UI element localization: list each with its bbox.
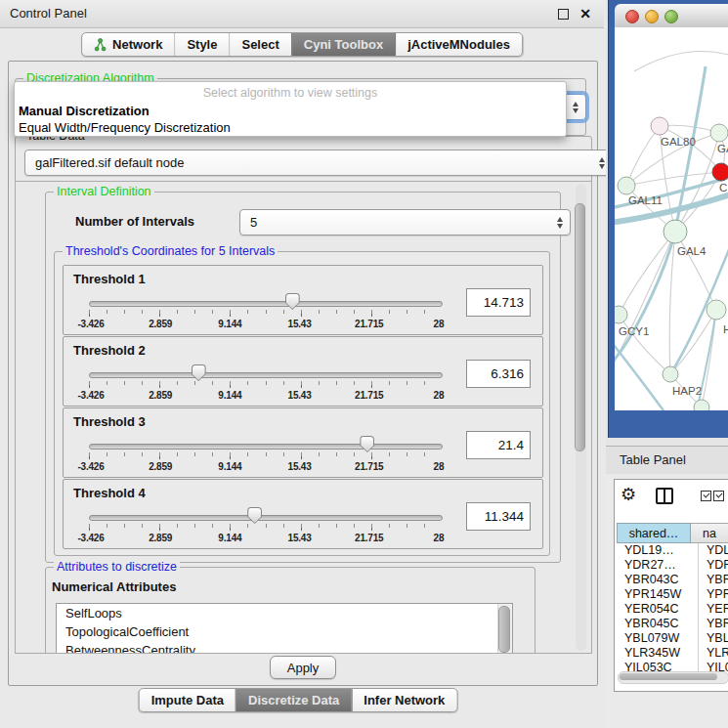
threshold-4-value-field[interactable]: 11.344 [466, 502, 531, 531]
close-icon[interactable]: ✕ [579, 5, 591, 22]
table-row[interactable]: YBR045CYBR0 [617, 617, 728, 631]
list-item[interactable]: TopologicalCoefficient [57, 622, 512, 641]
table-header-row: shared… na [617, 523, 728, 543]
slider-tick-labels: -3.4262.8599.14415.4321.71528 [72, 533, 457, 543]
slider-track[interactable] [89, 301, 443, 307]
settings-scrollbar-thumb[interactable] [575, 203, 585, 451]
slider-thumb[interactable] [360, 436, 374, 452]
apply-button[interactable]: Apply [270, 656, 336, 679]
tab-impute-data[interactable]: Impute Data [140, 689, 236, 711]
slider-thumb[interactable] [192, 364, 206, 381]
list-scrollbar[interactable] [497, 604, 512, 654]
slider-track[interactable] [89, 372, 443, 378]
table-panel-body: ⚙ shared… na YDL19…YDL1 YDR27…YDR2 YBR04… [606, 474, 728, 728]
table-horizontal-scrollbar[interactable] [618, 671, 728, 684]
network-canvas[interactable]: GAL80 GA GAL11 C GAL4 GCY1 H HAP2 [615, 27, 728, 410]
node-label-gcy1: GCY1 [619, 325, 649, 337]
threshold-coordinates-group: Threshold's Coordinates for 5 Intervals … [54, 251, 550, 556]
top-tab-bar: Network Style Select Cyni Toolbox jActiv… [81, 32, 523, 57]
attributes-legend: Attributes to discretize [54, 560, 180, 574]
traffic-light-zoom-icon[interactable] [664, 10, 678, 23]
table-row[interactable]: YER054CYER0 [617, 602, 728, 617]
network-window-titlebar [615, 4, 728, 28]
table-row[interactable]: YLR345WYLR3 [617, 646, 728, 661]
threshold-4-panel: Threshold 4 -3.4262.8599.14415.4321.7152… [63, 479, 543, 549]
tab-network-label: Network [112, 37, 162, 52]
interval-definition-legend: Interval Definition [54, 185, 154, 198]
threshold-1-value-field[interactable]: 14.713 [466, 288, 531, 317]
table-data-combobox[interactable]: galFiltered.sif default node [24, 150, 613, 176]
tab-jactivemnodules[interactable]: jActiveMNodules [395, 33, 522, 56]
list-item[interactable]: BetweennessCentrality [57, 641, 512, 654]
tab-discretize-data[interactable]: Discretize Data [236, 689, 351, 711]
combo-stepper-icon [557, 217, 563, 229]
threshold-1-label: Threshold 1 [73, 272, 146, 286]
slider-thumb[interactable] [285, 293, 300, 310]
threshold-1-slider[interactable]: -3.4262.8599.14415.4321.71528 [89, 291, 441, 332]
slider-track[interactable] [89, 515, 443, 521]
float-window-icon[interactable] [558, 9, 569, 20]
attributes-group: Attributes to discretize Numerical Attri… [45, 567, 535, 654]
cyni-toolbox-panel: Discretization Algorithm Select algorith… [8, 61, 598, 686]
split-view-icon[interactable] [656, 488, 673, 504]
threshold-3-slider[interactable]: -3.4262.8599.14415.4321.71528 [89, 434, 441, 475]
number-of-intervals-combobox[interactable]: 5 [239, 209, 571, 236]
slider-minor-ticks [89, 381, 442, 385]
number-of-intervals-value: 5 [250, 215, 257, 230]
table-panel-header: Table Panel [606, 446, 728, 475]
tab-style[interactable]: Style [174, 33, 229, 56]
checkbox-icon[interactable] [701, 491, 711, 501]
node-table: shared… na YDL19…YDL1 YDR27…YDR2 YBR043C… [617, 523, 728, 675]
tab-network[interactable]: Network [82, 33, 174, 56]
network-graph [615, 27, 728, 410]
window-title: Control Panel [10, 0, 87, 27]
traffic-light-minimize-icon[interactable] [645, 10, 659, 23]
threshold-3-panel: Threshold 3 -3.4262.8599.14415.4321.7152… [63, 407, 543, 478]
checkbox-icon[interactable] [713, 491, 724, 501]
slider-thumb[interactable] [247, 507, 262, 524]
control-panel-titlebar: Control Panel ✕ [0, 0, 604, 28]
combo-stepper-icon [599, 157, 605, 169]
slider-tick-labels: -3.4262.8599.14415.4321.71528 [72, 461, 457, 472]
threshold-3-value-field[interactable]: 21.4 [466, 431, 531, 459]
tab-select[interactable]: Select [229, 33, 290, 56]
list-scrollbar-thumb[interactable] [498, 606, 510, 653]
dropdown-option-manual[interactable]: Manual Discretization [19, 104, 150, 118]
numerical-attributes-list[interactable]: SelfLoops TopologicalCoefficient Between… [56, 603, 513, 654]
network-icon [94, 38, 107, 52]
column-header-shared-name[interactable]: shared… [617, 523, 691, 543]
table-row[interactable]: YPR145WYPR1 [617, 587, 728, 602]
threshold-2-panel: Threshold 2 -3.4262.8599.14415.4321.7152… [63, 336, 543, 407]
table-row[interactable]: YBR043CYBR0 [617, 573, 728, 587]
settings-scroll-area: Interval Definition Number of Intervals … [15, 181, 592, 654]
node-h [707, 300, 726, 320]
table-horizontal-scrollbar-thumb[interactable] [620, 673, 717, 680]
gear-icon[interactable]: ⚙ [621, 485, 636, 504]
slider-tick-labels: -3.4262.8599.14415.4321.71528 [72, 319, 457, 329]
threshold-2-value-field[interactable]: 6.316 [466, 360, 531, 388]
table-row[interactable]: YDL19…YDL1 [617, 543, 728, 558]
dropdown-option-equal-width[interactable]: Equal Width/Frequency Discretization [19, 120, 231, 135]
threshold-2-slider[interactable]: -3.4262.8599.14415.4321.71528 [89, 363, 441, 404]
node-label-h: H [723, 323, 728, 335]
node-bottom [694, 400, 709, 410]
tab-infer-network[interactable]: Infer Network [351, 689, 456, 711]
table-row[interactable]: YDR27…YDR2 [617, 558, 728, 573]
slider-tick-labels: -3.4262.8599.14415.4321.71528 [72, 390, 457, 401]
list-item[interactable]: SelfLoops [57, 604, 512, 622]
tab-cyni-toolbox[interactable]: Cyni Toolbox [291, 33, 395, 56]
interval-definition-group: Interval Definition Number of Intervals … [45, 192, 561, 563]
column-header-name[interactable]: na [691, 523, 728, 543]
node-gal4 [664, 220, 687, 243]
threshold-4-slider[interactable]: -3.4262.8599.14415.4321.71528 [89, 505, 441, 546]
node-label-ga: GA [717, 143, 728, 154]
numerical-attributes-label: Numerical Attributes [52, 579, 176, 594]
algorithm-dropdown-popup: Select algorithm to view settings Manual… [14, 81, 567, 137]
slider-track[interactable] [89, 444, 443, 450]
slider-minor-ticks [89, 524, 442, 528]
node-hap2 [663, 366, 678, 382]
slider-minor-ticks [89, 452, 442, 456]
dropdown-hint: Select algorithm to view settings [15, 86, 566, 100]
traffic-light-close-icon[interactable] [625, 10, 639, 23]
table-row[interactable]: YBL079WYBL0 [617, 631, 728, 646]
